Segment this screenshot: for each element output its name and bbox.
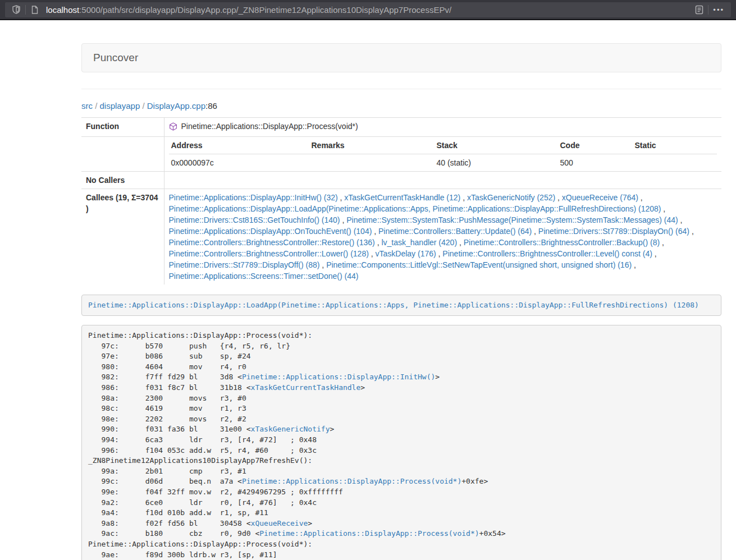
metrics-header-row: AddressRemarksStackCodeStatic (169, 137, 717, 154)
metric-value-address: 0x0000097c (169, 154, 309, 171)
column-header-address: Address (169, 137, 309, 154)
browser-toolbar: localhost:5000/path/src/displayapp/Displ… (0, 0, 736, 20)
callee-link[interactable]: lv_task_handler (420) (381, 238, 457, 247)
callee-link[interactable]: Pinetime::Components::LittleVgl::SetNewT… (326, 260, 632, 269)
highlighted-symbol-box: Pinetime::Applications::DisplayApp::Load… (81, 295, 721, 316)
callee-link[interactable]: Pinetime::Controllers::BrightnessControl… (442, 249, 652, 258)
callee-link[interactable]: vTaskDelay (176) (376, 249, 436, 258)
disassembly: Pinetime::Applications::DisplayApp::Proc… (81, 325, 721, 560)
callers-row: No Callers (81, 171, 721, 189)
callee-link[interactable]: Pinetime::Drivers::St7789::DisplayOn() (… (538, 227, 689, 236)
callee-link[interactable]: Pinetime::Applications::DisplayApp::OnTo… (169, 227, 372, 236)
breadcrumb-separator: / (140, 101, 147, 111)
metric-value-stack: 40 (static) (435, 154, 558, 171)
callee-link[interactable]: xTaskGetCurrentTaskHandle (12) (344, 193, 460, 202)
breadcrumb-line-number: :86 (205, 101, 217, 111)
callee-link[interactable]: Pinetime::Applications::Screens::Timer::… (169, 272, 359, 281)
callee-link[interactable]: Pinetime::Applications::DisplayApp::Load… (169, 204, 661, 213)
column-header-stack: Stack (435, 137, 558, 154)
callees-row: Callees (19, Σ=3704 ) Pinetime::Applicat… (81, 189, 721, 284)
function-name: Pinetime::Applications::DisplayApp::Proc… (181, 121, 358, 132)
breadcrumb-link[interactable]: DisplayApp.cpp (147, 101, 205, 111)
metric-value-remarks (309, 154, 435, 171)
code-symbol-link[interactable]: Pinetime::Applications::DisplayApp::Proc… (242, 477, 461, 485)
symbol-cube-icon (169, 122, 177, 131)
callee-link[interactable]: Pinetime::Applications::DisplayApp::Init… (169, 193, 338, 202)
metrics-values-row: 0x0000097c40 (static)500 (169, 154, 717, 171)
reader-mode-icon[interactable] (692, 3, 706, 16)
urlbar-divider (25, 5, 26, 15)
highlighted-symbol-link[interactable]: Pinetime::Applications::DisplayApp::Load… (88, 301, 699, 309)
callee-link[interactable]: Pinetime::Controllers::BrightnessControl… (464, 238, 660, 247)
callee-link[interactable]: Pinetime::Drivers::St7789::DisplayOff() … (169, 260, 320, 269)
callee-link[interactable]: Pinetime::Controllers::Battery::Update()… (378, 227, 532, 236)
column-header-remarks: Remarks (309, 137, 435, 154)
function-label: Function (81, 118, 164, 137)
overflow-menu-icon[interactable]: ••• (711, 6, 726, 14)
divider (81, 89, 721, 89)
urlbar-divider-right (708, 5, 708, 15)
url-path: :5000/path/src/displayapp/DisplayApp.cpp… (79, 5, 451, 15)
breadcrumb: src / displayapp / DisplayApp.cpp:86 (81, 101, 721, 111)
no-callers-label: No Callers (81, 171, 164, 189)
function-table: Function Pinetime::Applications::Display… (81, 117, 721, 284)
breadcrumb-separator: / (93, 101, 100, 111)
shield-icon[interactable] (10, 3, 23, 16)
column-header-static: Static (633, 137, 717, 154)
code-symbol-link[interactable]: Pinetime::Applications::DisplayApp::Proc… (259, 529, 479, 538)
code-symbol-link[interactable]: xQueueReceive (251, 519, 308, 527)
page-icon[interactable] (28, 3, 42, 16)
breadcrumb-link[interactable]: displayapp (100, 101, 140, 111)
metrics-table: AddressRemarksStackCodeStatic 0x0000097c… (169, 137, 717, 171)
callee-link[interactable]: xTaskGenericNotify (252) (467, 193, 555, 202)
code-symbol-link[interactable]: xTaskGenericNotify (251, 425, 330, 433)
address-bar[interactable]: localhost:5000/path/src/displayapp/Displ… (5, 2, 731, 17)
code-symbol-link[interactable]: Pinetime::Applications::DisplayApp::Init… (242, 373, 435, 381)
brand-title: Puncover (93, 52, 138, 64)
function-row: Function Pinetime::Applications::Display… (81, 118, 721, 137)
url-host: localhost (46, 5, 79, 15)
callees-cell: Pinetime::Applications::DisplayApp::Init… (164, 189, 721, 284)
metric-value-code: 500 (558, 154, 633, 171)
callees-label: Callees (19, Σ=3704 ) (81, 189, 164, 284)
navbar: Puncover (81, 43, 721, 72)
url-text[interactable]: localhost:5000/path/src/displayapp/Displ… (46, 5, 692, 15)
callee-link[interactable]: xQueueReceive (764) (562, 193, 638, 202)
breadcrumb-link[interactable]: src (81, 101, 93, 111)
callee-link[interactable]: Pinetime::Drivers::Cst816S::GetTouchInfo… (169, 215, 340, 224)
metrics-row: AddressRemarksStackCodeStatic 0x0000097c… (81, 136, 721, 171)
column-header-code: Code (558, 137, 633, 154)
callee-link[interactable]: Pinetime::Controllers::BrightnessControl… (169, 249, 369, 258)
metric-value-static (633, 154, 717, 171)
page-container: Puncover src / displayapp / DisplayApp.c… (81, 20, 721, 560)
code-symbol-link[interactable]: xTaskGetCurrentTaskHandle (251, 383, 361, 392)
callee-link[interactable]: Pinetime::Controllers::BrightnessControl… (169, 238, 375, 247)
callee-link[interactable]: Pinetime::System::SystemTask::PushMessag… (346, 215, 678, 224)
